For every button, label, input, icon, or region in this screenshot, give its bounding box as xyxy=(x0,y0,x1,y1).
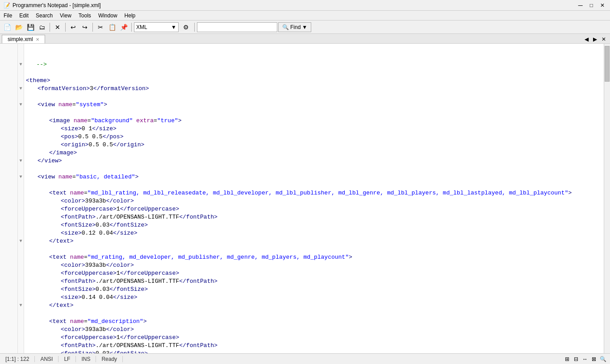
status-icon-5[interactable]: 🔍 xyxy=(599,356,606,363)
line-number xyxy=(0,53,16,61)
collapse-icon[interactable]: ▼ xyxy=(18,302,24,310)
collapse-icon[interactable]: ▼ xyxy=(18,101,24,109)
line-number xyxy=(0,45,16,53)
line-number xyxy=(0,93,16,101)
collapse-icon[interactable] xyxy=(18,53,24,61)
collapse-icon[interactable] xyxy=(18,294,24,302)
menu-window[interactable]: Window xyxy=(95,11,121,20)
line-number xyxy=(0,85,16,93)
close-button[interactable]: ✕ xyxy=(598,2,606,8)
line-number xyxy=(0,237,16,245)
collapse-icon[interactable] xyxy=(18,117,24,125)
line-number xyxy=(0,350,16,353)
collapse-icon[interactable] xyxy=(18,149,24,157)
settings-button[interactable]: ⚙ xyxy=(180,22,192,33)
code-line: <size>0.12 0.04</size> xyxy=(26,229,604,237)
collapse-icon[interactable]: ▼ xyxy=(18,237,24,245)
collapse-icon[interactable] xyxy=(18,342,24,350)
title-bar: 📝 Programmer's Notepad - [simple.xml] ─ … xyxy=(0,0,610,11)
tab-prev-button[interactable]: ◀ xyxy=(582,35,591,43)
menu-help[interactable]: Help xyxy=(121,11,139,20)
collapse-icon[interactable]: ▼ xyxy=(18,157,24,165)
collapse-icon[interactable] xyxy=(18,326,24,334)
scrollbar-track xyxy=(604,44,610,353)
collapse-icon[interactable] xyxy=(18,189,24,197)
collapse-icon[interactable] xyxy=(18,334,24,342)
collapse-icon[interactable] xyxy=(18,69,24,77)
status-icon-1[interactable]: ⊞ xyxy=(564,356,571,363)
collapse-icon[interactable] xyxy=(18,213,24,221)
new-button[interactable]: 📄 xyxy=(2,22,13,33)
collapse-icon[interactable] xyxy=(18,109,24,117)
collapse-icon[interactable] xyxy=(18,141,24,149)
menu-edit[interactable]: Edit xyxy=(16,11,32,20)
close-file-button[interactable]: ✕ xyxy=(52,22,63,33)
line-number xyxy=(0,318,16,326)
vertical-scrollbar[interactable] xyxy=(604,44,610,353)
collapse-icon[interactable] xyxy=(18,125,24,133)
code-line: <forceUppercase>1</forceUppercase> xyxy=(26,334,604,342)
code-editor[interactable]: --> <theme><formatVersion>3</formatVersi… xyxy=(24,44,604,353)
minimize-button[interactable]: ─ xyxy=(577,2,585,9)
collapse-icon[interactable] xyxy=(18,197,24,205)
cut-button[interactable]: ✂ xyxy=(95,22,106,33)
window-controls: ─ □ ✕ xyxy=(577,2,606,9)
collapse-icon[interactable] xyxy=(18,181,24,189)
tab-simple-xml[interactable]: simple.xml ✕ xyxy=(2,35,45,43)
status-icon-3[interactable]: ↔ xyxy=(581,356,589,363)
collapse-icon[interactable] xyxy=(18,310,24,318)
open-button[interactable]: 📂 xyxy=(13,22,24,33)
collapse-icon[interactable] xyxy=(18,269,24,277)
collapse-gutter[interactable]: ▼▼▼▼▼▼▼▼ xyxy=(18,44,24,353)
collapse-icon[interactable] xyxy=(18,285,24,294)
code-line: <fontSize>0.03</fontSize> xyxy=(26,350,604,353)
line-number xyxy=(0,221,16,229)
collapse-icon[interactable] xyxy=(18,221,24,229)
collapse-icon[interactable] xyxy=(18,205,24,213)
save-all-button[interactable]: 🗂 xyxy=(37,22,47,33)
save-button[interactable]: 💾 xyxy=(25,22,36,33)
collapse-icon[interactable] xyxy=(18,133,24,141)
copy-button[interactable]: 📋 xyxy=(107,22,117,33)
menu-file[interactable]: File xyxy=(0,11,16,20)
paste-button[interactable]: 📌 xyxy=(118,22,129,33)
menu-view[interactable]: View xyxy=(56,11,75,20)
status-icon-4[interactable]: ⊠ xyxy=(590,356,597,363)
collapse-icon[interactable]: ▼ xyxy=(18,61,24,69)
collapse-icon[interactable] xyxy=(18,350,24,353)
maximize-button[interactable]: □ xyxy=(588,2,595,8)
undo-button[interactable]: ↩ xyxy=(68,22,79,33)
collapse-icon[interactable] xyxy=(18,77,24,85)
find-button[interactable]: 🔍 Find ▼ xyxy=(278,22,311,32)
collapse-icon[interactable] xyxy=(18,245,24,253)
tab-menu-button[interactable]: ✕ xyxy=(599,35,608,43)
collapse-icon[interactable] xyxy=(18,261,24,269)
collapse-icon[interactable] xyxy=(18,229,24,237)
redo-button[interactable]: ↪ xyxy=(79,22,90,33)
code-line: <size>0.14 0.04</size> xyxy=(26,294,604,302)
collapse-icon[interactable] xyxy=(18,165,24,173)
search-input[interactable] xyxy=(197,22,277,32)
collapse-icon[interactable] xyxy=(18,253,24,261)
tab-next-button[interactable]: ▶ xyxy=(591,35,599,43)
language-selector[interactable]: XML ▼ xyxy=(134,22,179,32)
code-line: <formatVersion>3</formatVersion> xyxy=(26,85,604,93)
line-number xyxy=(0,77,16,85)
menu-search[interactable]: Search xyxy=(32,11,56,20)
collapse-icon[interactable]: ▼ xyxy=(18,173,24,181)
status-icon-2[interactable]: ⊟ xyxy=(572,356,580,363)
code-line: </view> xyxy=(26,157,604,165)
app-icon: 📝 xyxy=(4,2,10,8)
sep2 xyxy=(65,23,66,32)
collapse-icon[interactable]: ▼ xyxy=(18,85,24,93)
collapse-icon[interactable] xyxy=(18,318,24,326)
collapse-icon[interactable] xyxy=(18,45,24,53)
scrollbar-thumb[interactable] xyxy=(605,46,610,82)
collapse-icon[interactable] xyxy=(18,277,24,285)
line-number xyxy=(0,334,16,342)
code-line: <theme> xyxy=(26,77,604,85)
tab-close-icon[interactable]: ✕ xyxy=(36,37,39,42)
line-number xyxy=(0,310,16,318)
collapse-icon[interactable] xyxy=(18,93,24,101)
menu-tools[interactable]: Tools xyxy=(75,11,95,20)
